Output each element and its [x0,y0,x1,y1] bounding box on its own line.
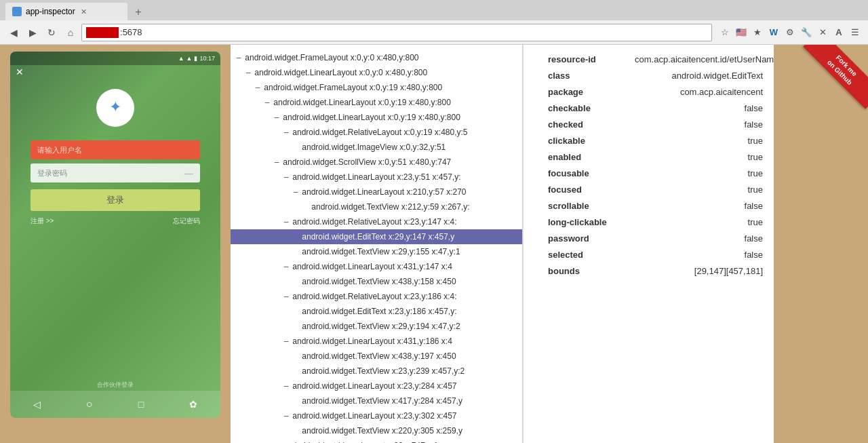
property-name: package [548,86,629,98]
property-name: checkable [548,102,629,115]
password-input[interactable]: 登录密码 — [31,163,200,182]
tab-bar: app-inspector ✕ + [0,0,868,20]
tree-item[interactable]: android.widget.TextView x:23,y:239 x:457… [231,364,522,379]
property-item: focusedtrue [548,182,763,198]
tree-item-label: android.widget.TextView x:212,y:59 x:267… [309,202,470,212]
login-links: 注册 >> 忘记密码 [31,216,200,226]
fork-ribbon-label: Fork me on Github [803,45,868,109]
property-item: enabledtrue [548,149,763,166]
tree-item[interactable]: – android.widget.LinearLayout x:431,y:18… [231,334,522,349]
property-value: true [635,168,763,180]
tree-toggle[interactable]: – [244,66,252,79]
tree-toggle[interactable]: – [273,111,281,123]
tree-item-label: android.widget.RelativeLayout x:0,y:19 x… [290,128,468,137]
tree-item[interactable]: – android.widget.RelativeLayout x:23,y:1… [231,289,522,304]
password-toggle[interactable]: — [184,168,193,178]
tree-item[interactable]: android.widget.ImageView x:0,y:32,y:51 [231,140,522,155]
phone-close-button[interactable]: ✕ [16,66,24,77]
signal-icon: ▲ [178,55,184,62]
tree-item[interactable]: android.widget.TextView x:438,y:197 x:45… [231,349,522,364]
tree-toggle[interactable]: – [282,126,290,138]
tree-item[interactable]: android.widget.TextView x:417,y:284 x:45… [231,393,522,408]
tree-item[interactable]: – android.widget.RelativeLayout x:23,y:1… [231,214,522,229]
tree-item[interactable]: – android.widget.FrameLayout x:0,y:0 x:4… [231,50,522,65]
nav-home-icon[interactable]: ○ [86,398,93,410]
tree-toggle[interactable]: – [282,380,290,392]
tree-item[interactable]: android.widget.TextView x:220,y:305 x:25… [231,423,522,438]
tree-item[interactable]: android.widget.EditText x:29,y:147 x:457… [231,229,522,244]
new-tab-button[interactable]: + [130,4,146,20]
forgot-link[interactable]: 忘记密码 [173,216,200,226]
flag-us-icon[interactable]: 🇺🇸 [734,25,749,40]
close-icon[interactable]: ✕ [815,25,830,40]
tree-item[interactable]: – android.widget.LinearLayout x:23,y:284… [231,379,522,393]
bookmark-icon[interactable]: ★ [750,25,765,40]
tree-toggle[interactable]: – [292,186,300,198]
property-item: clickabletrue [548,133,763,149]
address-bar[interactable]: :5678 [81,24,712,41]
tree-toggle[interactable]: – [263,96,271,109]
tree-item[interactable]: android.widget.TextView x:29,y:155 x:47,… [231,244,522,259]
tree-item[interactable]: android.widget.TextView x:438,y:158 x:45… [231,274,522,289]
app-tab-icon [12,7,22,16]
tree-item[interactable]: – android.widget.LinearLayout x:0,y:19 x… [231,95,522,110]
tree-toggle[interactable]: – [273,156,281,168]
active-tab[interactable]: app-inspector ✕ [5,3,127,20]
settings-icon[interactable]: ⚙ [783,25,797,40]
nav-recent-icon[interactable]: □ [138,399,144,410]
tab-close-button[interactable]: ✕ [81,7,87,16]
tree-item[interactable]: android.widget.TextView x:29,y:194 x:47,… [231,319,522,334]
tree-toggle[interactable]: – [273,440,281,443]
tree-item-label: android.widget.TextView x:417,y:284 x:45… [300,396,462,406]
tree-item-label: android.widget.EditText x:23,y:186 x:457… [300,307,456,316]
tree-toggle[interactable]: – [235,52,243,64]
tree-item[interactable]: – android.widget.LinearLayout x:0,y:0 x:… [231,65,522,80]
tree-item[interactable]: android.widget.TextView x:212,y:59 x:267… [231,199,522,214]
tree-item[interactable]: – android.widget.RelativeLayout x:0,y:19… [231,125,522,140]
nav-app-icon[interactable]: ✿ [189,399,197,410]
tools-icon[interactable]: 🔧 [799,25,814,40]
tree-toggle[interactable]: – [254,81,262,94]
tree-item[interactable]: – android.widget.FrameLayout x:0,y:19 x:… [231,80,522,95]
tree-item[interactable]: android.widget.EditText x:23,y:186 x:457… [231,304,522,319]
property-name: enabled [548,151,629,163]
tree-item-label: android.widget.ImageView x:0,y:32,y:51 [300,142,446,152]
tree-item-label: android.widget.LinearLayout x:0,y:0 x:48… [252,68,427,77]
tree-panel: – android.widget.FrameLayout x:0,y:0 x:4… [231,45,522,443]
property-item: bounds[29,147][457,181] [548,263,763,280]
tree-item[interactable]: – android.widget.LinearLayout x:0,y:19 x… [231,110,522,125]
fork-line2: on Github [805,45,868,107]
app-logo-area: ✦ [96,89,134,127]
forward-button[interactable]: ▶ [24,24,41,41]
register-link[interactable]: 注册 >> [31,216,54,226]
tree-toggle[interactable]: – [282,171,290,183]
tree-toggle[interactable]: – [282,216,290,228]
tree-toggle[interactable]: – [282,290,290,303]
refresh-button[interactable]: ↻ [43,24,60,41]
tree-item[interactable]: – android.widget.LinearLayout x:210,y:57… [231,185,522,199]
property-name: class [548,70,629,82]
tree-toggle[interactable]: – [282,410,290,422]
tree-item[interactable]: – android.widget.LinearLayout x:23,y:302… [231,408,522,423]
property-item: checkedfalse [548,117,763,133]
tree-item[interactable]: – android.widget.LinearLayout x:431,y:14… [231,259,522,274]
tree-item-label: android.widget.LinearLayout x:210,y:57 x… [300,187,467,197]
back-button[interactable]: ◀ [5,24,22,41]
property-name: password [548,233,629,245]
w-icon[interactable]: W [766,25,781,40]
tree-toggle[interactable]: – [282,261,290,273]
menu-icon[interactable]: ☰ [848,25,863,40]
property-name: focused [548,184,629,196]
tree-item[interactable]: – android.widget.LinearLayout x:23,y:51 … [231,170,522,185]
tree-item[interactable]: – android.widget.LinearLayout x:23,y:747… [231,438,522,443]
battery-icon: ▮ [194,55,197,62]
a-icon[interactable]: A [831,25,846,40]
tree-item-label: android.widget.ScrollView x:0,y:51 x:480… [281,157,451,167]
username-input[interactable]: 请输入用户名 [31,140,200,159]
tree-toggle[interactable]: – [282,335,290,347]
tree-item[interactable]: – android.widget.ScrollView x:0,y:51 x:4… [231,155,522,170]
star-icon[interactable]: ☆ [717,25,732,40]
nav-back-icon[interactable]: ◁ [33,399,41,410]
login-button[interactable]: 登录 [31,189,200,211]
home-button[interactable]: ⌂ [62,24,79,41]
